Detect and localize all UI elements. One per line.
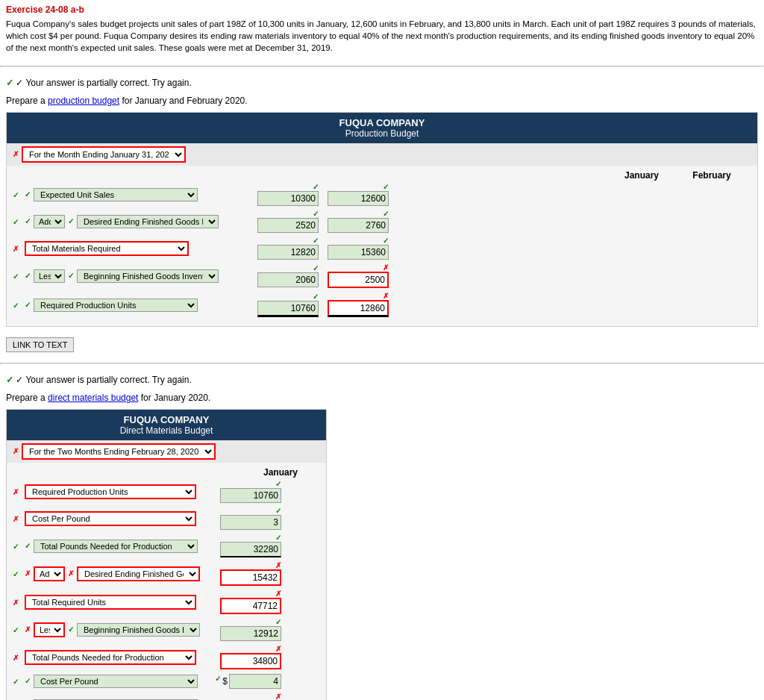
direct-materials-link[interactable]: direct materials budget bbox=[48, 393, 138, 403]
row4-val2-x: ✗ bbox=[383, 264, 389, 272]
dm-r8-label-check: ✓ bbox=[25, 678, 31, 685]
dm-r6-label-check: ✓ bbox=[68, 626, 74, 634]
dm-cost-per-pound-jan-2[interactable] bbox=[229, 674, 281, 689]
row1-label-check: ✓ bbox=[25, 191, 31, 199]
dm-cost-per-pound-jan[interactable] bbox=[220, 515, 281, 530]
row2-label-check: ✓ bbox=[68, 218, 74, 225]
add-select-2[interactable]: Add bbox=[34, 566, 65, 581]
dm-r4-label-x: ✗ bbox=[68, 570, 74, 578]
period-select-1[interactable]: For the Month Ending January 31, 2020 bbox=[22, 146, 186, 163]
dm-total-pounds-jan-2[interactable] bbox=[220, 653, 281, 669]
dm-r7-outer-x: ✗ bbox=[13, 654, 19, 662]
row2-outer-check: ✓ bbox=[13, 218, 19, 226]
period-selector-2: ✗ For the Two Months Ending February 28,… bbox=[7, 440, 326, 463]
company-name-2: FUQUA COMPANY bbox=[10, 414, 323, 425]
row4-label-check: ✓ bbox=[68, 272, 74, 280]
dm-r7-x: ✗ bbox=[275, 646, 281, 653]
row2-val2-check: ✓ bbox=[383, 210, 389, 218]
dm-r4-prefix-x: ✗ bbox=[25, 570, 31, 578]
dm-row-cost-per-pound-2: ✓ ✓ Cost Per Pound ✓ $ bbox=[13, 674, 320, 689]
dm-total-pounds-select[interactable]: Total Pounds Needed for Production bbox=[34, 540, 198, 553]
total-materials-select[interactable]: Total Materials Required bbox=[25, 241, 189, 256]
expected-sales-jan[interactable] bbox=[257, 191, 319, 206]
total-materials-feb[interactable] bbox=[328, 245, 389, 260]
row5-outer-check: ✓ bbox=[13, 301, 19, 310]
check-icon-2: ✓ bbox=[6, 375, 13, 385]
section2-status: ✓ ✓ Your answer is partially correct. Tr… bbox=[0, 370, 764, 390]
dm-cost-per-pound-select-2[interactable]: Cost Per Pound bbox=[34, 675, 198, 688]
col-headers-2: January bbox=[13, 467, 320, 478]
expected-sales-feb[interactable] bbox=[328, 191, 389, 206]
dm-cost-per-pound-select[interactable]: Cost Per Pound bbox=[25, 511, 196, 526]
dm-total-required-select[interactable]: Total Required Units bbox=[25, 595, 196, 610]
row2-val1-check: ✓ bbox=[313, 210, 319, 218]
desired-ending-feb[interactable] bbox=[328, 218, 389, 233]
beginning-fg-select-1[interactable]: Beginning Finished Goods Inventory bbox=[77, 269, 219, 283]
period-select-2[interactable]: For the Two Months Ending February 28, 2… bbox=[22, 443, 216, 460]
dm-r9-x: ✗ bbox=[275, 693, 281, 700]
period-x-mark-2: ✗ bbox=[13, 448, 19, 455]
row2-prefix-check: ✓ bbox=[25, 218, 31, 225]
beginning-fg-select-2[interactable]: Beginning Finished Goods Inventory bbox=[77, 623, 200, 637]
dm-req-prod-select[interactable]: Required Production Units bbox=[25, 484, 196, 499]
required-production-jan[interactable] bbox=[257, 301, 319, 316]
add-select-1[interactable]: Add bbox=[34, 215, 65, 228]
exercise-title: Exercise 24-08 a-b bbox=[0, 0, 764, 16]
beginning-fg-feb[interactable] bbox=[328, 272, 389, 288]
less-select-2[interactable]: Less bbox=[34, 622, 65, 637]
problem-text: Fuqua Company's sales budget projects un… bbox=[0, 16, 764, 60]
link-to-text-btn-1[interactable]: LINK TO TEXT bbox=[6, 337, 74, 352]
company-name-1: FUQUA COMPANY bbox=[10, 117, 754, 128]
expected-sales-select[interactable]: Expected Unit Sales bbox=[34, 188, 198, 201]
row-expected-sales: ✓ ✓ Expected Unit Sales ✓ ✓ bbox=[13, 184, 751, 206]
beginning-fg-jan[interactable] bbox=[257, 272, 319, 287]
col-header-jan-2: January bbox=[247, 467, 314, 478]
dollar-prefix-1: $ bbox=[222, 676, 229, 687]
dm-row-total-cost: ✓ ✓ Total Cost of Direct Materials Purch… bbox=[13, 693, 320, 700]
production-budget-header: FUQUA COMPANY Production Budget bbox=[7, 113, 757, 143]
row-less-beginning: ✓ ✓ Less ✓ Beginning Finished Goods Inve… bbox=[13, 264, 751, 288]
period-x-mark-1: ✗ bbox=[13, 151, 19, 158]
less-select-1[interactable]: Less bbox=[34, 269, 65, 283]
production-budget-grid: January February ✓ ✓ Expected Unit Sales… bbox=[7, 166, 757, 326]
total-materials-jan[interactable] bbox=[257, 245, 319, 260]
row5-val2-x: ✗ bbox=[383, 293, 389, 300]
dm-r8-outer-check: ✓ bbox=[13, 678, 19, 686]
row3-val1-check: ✓ bbox=[313, 237, 319, 245]
required-production-feb[interactable] bbox=[328, 300, 389, 316]
row-add-desired: ✓ ✓ Add ✓ Desired Ending Finished Goods … bbox=[13, 210, 751, 233]
dm-total-pounds-jan[interactable] bbox=[220, 542, 281, 557]
dm-row-add-desired: ✓ ✗ Add ✗ Desired Ending Finished Goods … bbox=[13, 562, 320, 586]
check-icon: ✓ bbox=[6, 78, 13, 88]
dm-beginning-fg-jan[interactable] bbox=[220, 626, 281, 641]
dm-r6-check: ✓ bbox=[275, 619, 281, 626]
section1-instruction: Prepare a production budget for January … bbox=[0, 93, 764, 112]
row-total-materials: ✗ Total Materials Required ✓ ✓ bbox=[13, 237, 751, 260]
row5-val1-check: ✓ bbox=[313, 293, 319, 301]
desired-ending-select-1[interactable]: Desired Ending Finished Goods Inventory bbox=[77, 215, 219, 228]
required-production-select-1[interactable]: Required Production Units bbox=[34, 299, 198, 312]
direct-materials-budget-container: FUQUA COMPANY Direct Materials Budget ✗ … bbox=[6, 409, 327, 700]
dm-r3-label-check: ✓ bbox=[25, 543, 31, 550]
dm-row-less-beginning: ✓ ✗ Less ✓ Beginning Finished Goods Inve… bbox=[13, 619, 320, 641]
dm-r6-outer-check: ✓ bbox=[13, 626, 19, 634]
dm-budget-header: FUQUA COMPANY Direct Materials Budget bbox=[7, 410, 326, 440]
budget-type-1: Production Budget bbox=[10, 128, 754, 139]
dm-req-prod-jan[interactable] bbox=[220, 488, 281, 503]
row5-label-check: ✓ bbox=[25, 301, 31, 309]
dm-total-pounds-select-2[interactable]: Total Pounds Needed for Production bbox=[25, 650, 196, 665]
production-budget-link[interactable]: production budget bbox=[48, 96, 119, 106]
production-budget-container: FUQUA COMPANY Production Budget ✗ For th… bbox=[6, 112, 758, 327]
dm-r5-x: ✗ bbox=[275, 590, 281, 598]
dm-desired-ending-jan[interactable] bbox=[220, 569, 281, 586]
dm-total-required-jan[interactable] bbox=[220, 598, 281, 614]
desired-ending-jan[interactable] bbox=[257, 218, 319, 233]
dm-r1-check: ✓ bbox=[275, 481, 281, 488]
row-required-production: ✓ ✓ Required Production Units ✓ ✗ bbox=[13, 293, 751, 317]
desired-ending-select-2[interactable]: Desired Ending Finished Goods Inventory bbox=[77, 566, 200, 581]
dm-r6-prefix-x: ✗ bbox=[25, 626, 31, 634]
budget-type-2: Direct Materials Budget bbox=[10, 425, 323, 436]
col-headers-1: January February bbox=[13, 170, 751, 181]
dm-row-total-pounds: ✓ ✓ Total Pounds Needed for Production ✓ bbox=[13, 534, 320, 557]
dm-r2-check: ✓ bbox=[275, 507, 281, 515]
